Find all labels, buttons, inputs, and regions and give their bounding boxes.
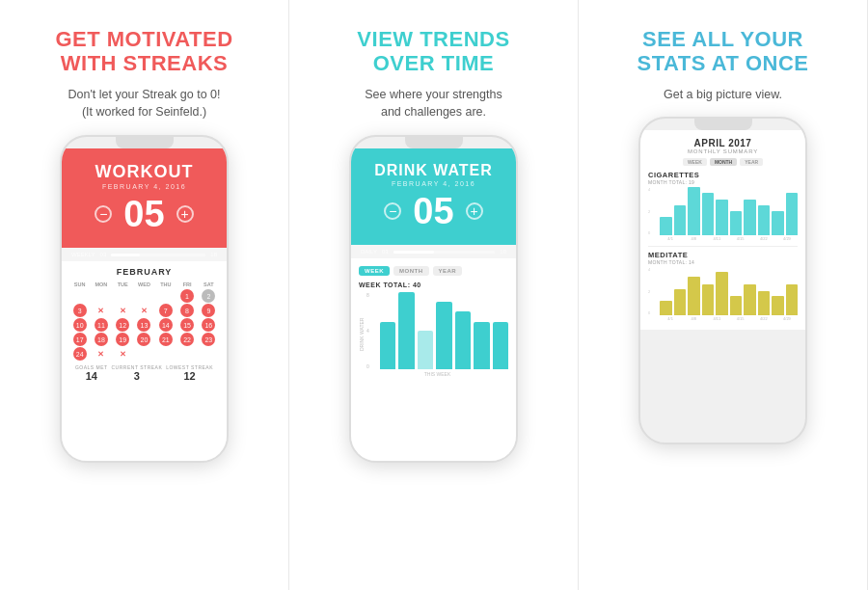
calendar-month: FEBRUARY: [69, 267, 219, 277]
water-progress-bar-outer: [393, 251, 496, 254]
panel2-title: VIEW TRENDS OVER TIME: [357, 27, 509, 76]
workout-progress: WEEKLY 03 18: [62, 248, 227, 261]
chart-tabs: WEEK MONTH YEAR: [359, 266, 508, 276]
phone-screen-2: DRINK WATER FEBRUARY 4, 2016 − 05 + DAIL…: [351, 148, 516, 461]
cal-cell-filled: 1: [180, 289, 194, 303]
increment-button[interactable]: +: [176, 205, 194, 223]
counter-value: 05: [123, 196, 164, 232]
cigarettes-total: MONTH TOTAL: 19: [648, 179, 798, 185]
med-bar: [730, 296, 743, 315]
progress-end: 18: [210, 252, 217, 257]
stats-tab-week[interactable]: WEEK: [683, 158, 707, 166]
cal-hdr-tue: TUE: [113, 281, 133, 288]
bar-chart: 8 4 0: [366, 292, 508, 369]
stats-month-subtitle: MONTHLY SUMMARY: [648, 148, 798, 154]
progress-start: 03: [100, 252, 107, 257]
water-increment-button[interactable]: +: [466, 202, 483, 220]
chart-tab-year[interactable]: YEAR: [433, 266, 463, 276]
panel-trends: VIEW TRENDS OVER TIME See where your str…: [289, 0, 579, 590]
cal-cell-filled: 20: [137, 333, 150, 346]
lowest-streak-stat: LOWEST STREAK 12: [166, 364, 213, 382]
current-streak-stat: CURRENT STREAK 3: [112, 364, 163, 382]
panel3-title: SEE ALL YOUR STATS AT ONCE: [637, 27, 808, 76]
cigarettes-label: CIGARETTES: [648, 171, 798, 179]
panel2-subtitle: See where your strengthsand challenges a…: [365, 86, 502, 122]
cal-cell-filled: 15: [180, 318, 194, 332]
med-bar: [772, 296, 784, 315]
phone-screen-1: WORKOUT FEBRUARY 4, 2016 − 05 + WEEKLY 0…: [62, 148, 227, 461]
workout-date: FEBRUARY 4, 2016: [102, 183, 186, 190]
stats-tab-month[interactable]: MONTH: [710, 158, 737, 166]
chart-tab-month[interactable]: MONTH: [393, 266, 429, 276]
water-header: DRINK WATER FEBRUARY 4, 2016 − 05 +: [351, 148, 516, 245]
bar-1: [380, 322, 395, 370]
cig-bar: [772, 211, 784, 235]
bar-5: [455, 311, 471, 369]
cal-cell-filled: 8: [180, 304, 194, 317]
med-yaxis: 4 2 0: [648, 267, 650, 315]
panel3-subtitle: Get a big picture view.: [664, 86, 782, 104]
phone-mockup-3: APRIL 2017 MONTHLY SUMMARY WEEK MONTH YE…: [638, 117, 807, 444]
cal-cell-filled: 16: [202, 318, 215, 332]
cal-cell-x: ✕: [113, 304, 133, 317]
current-streak-val: 3: [134, 370, 140, 382]
chart-tab-week[interactable]: WEEK: [359, 266, 390, 276]
bar-6: [474, 322, 489, 370]
cal-stats: GOALS MET 14 CURRENT STREAK 3 LOWEST STR…: [69, 361, 219, 384]
panel1-subtitle: Don't let your Streak go to 0!(It worked…: [68, 86, 220, 122]
cal-cell-x: ✕: [134, 304, 154, 317]
cal-cell-filled: 11: [95, 318, 108, 332]
chart-total: WEEK TOTAL: 40: [359, 282, 508, 288]
phone-notch-3: [694, 119, 752, 130]
phone-mockup-1: WORKOUT FEBRUARY 4, 2016 − 05 + WEEKLY 0…: [60, 135, 229, 463]
med-bar: [786, 284, 799, 316]
meditate-chart-section: MEDITATE MONTH TOTAL: 14 4 2 0: [648, 251, 798, 321]
lowest-streak-val: 12: [183, 370, 195, 382]
cal-cell-filled: 19: [116, 333, 129, 346]
cal-cell-filled: 7: [159, 304, 173, 317]
cig-bar: [758, 205, 771, 235]
cal-hdr-wed: WED: [134, 281, 154, 288]
cal-cell-filled: 18: [95, 333, 108, 346]
goals-met-stat: GOALS MET 14: [75, 364, 108, 382]
water-decrement-button[interactable]: −: [384, 202, 401, 220]
cal-cell-filled: 24: [73, 347, 87, 361]
cal-hdr-fri: FRI: [176, 281, 197, 288]
water-progress-end: 10: [500, 249, 506, 255]
bar-2: [398, 292, 414, 369]
bar-chart-yaxis: 8 4 0: [366, 292, 369, 369]
med-bar: [758, 291, 771, 315]
cal-cell-filled: 10: [73, 318, 87, 332]
med-bar: [702, 284, 715, 316]
cig-bar: [786, 193, 799, 235]
cal-cell-x: ✕: [113, 347, 133, 361]
med-bar: [716, 272, 728, 315]
decrement-button[interactable]: −: [95, 205, 112, 223]
water-counter: − 05 +: [384, 193, 482, 229]
cig-bar: [674, 205, 687, 235]
cal-cell: [113, 289, 133, 303]
phone-notch-2: [405, 137, 463, 148]
stats-tab-year[interactable]: YEAR: [740, 158, 763, 166]
progress-bar-inner: [111, 254, 139, 256]
cal-cell-filled: 3: [73, 304, 87, 317]
cal-cell: [91, 289, 111, 303]
cal-cell-filled: 14: [159, 318, 173, 332]
water-counter-value: 05: [413, 193, 453, 229]
chart-ylabel: DRINK WATER: [359, 292, 365, 377]
cig-bar: [744, 200, 756, 236]
water-label: DRINK WATER: [374, 162, 493, 179]
bar-3: [418, 331, 433, 369]
cal-hdr-sat: SAT: [199, 281, 219, 288]
water-progress-bar-inner: [393, 251, 434, 254]
cig-bar: [716, 200, 728, 236]
cal-cell-x: ✕: [91, 304, 111, 317]
cal-cell-filled: 22: [180, 333, 194, 346]
bar-4: [436, 302, 451, 369]
calendar-grid: SUN MON TUE WED THU FRI SAT 1 2 3: [69, 281, 219, 361]
water-date: FEBRUARY 4, 2016: [392, 180, 475, 187]
cigarettes-chart-section: CIGARETTES MONTH TOTAL: 19 4 2 0: [648, 171, 798, 241]
phone-notch-1: [116, 137, 174, 148]
panel-streaks: GET MOTIVATED WITH STREAKS Don't let you…: [0, 0, 289, 590]
stats-content: APRIL 2017 MONTHLY SUMMARY WEEK MONTH YE…: [640, 130, 805, 330]
